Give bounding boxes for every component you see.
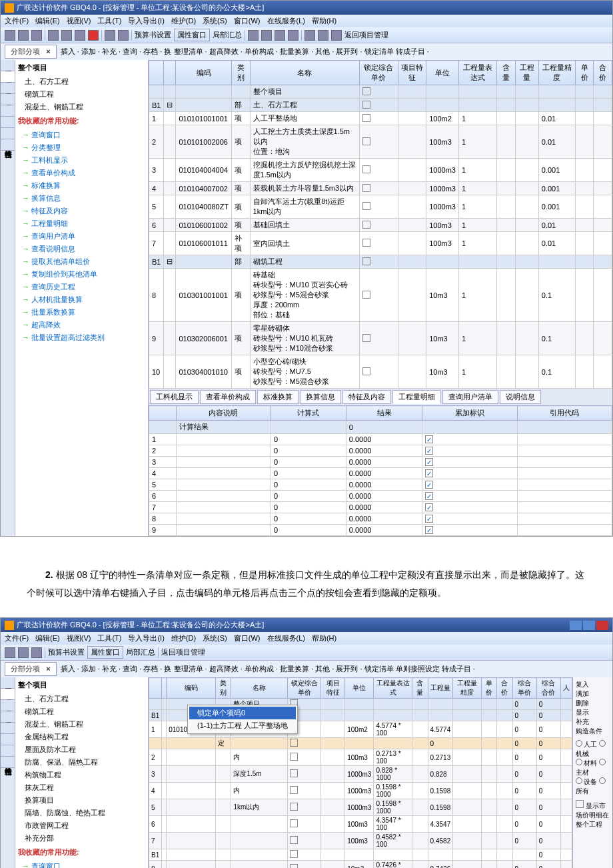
menu-item[interactable]: 锁定单个项码0: [189, 707, 296, 719]
fav-link[interactable]: 工程量明细: [15, 217, 148, 230]
menu-file[interactable]: 文件(F): [5, 633, 29, 643]
close-icon[interactable]: [596, 621, 608, 630]
new-icon[interactable]: [5, 647, 15, 658]
menu-file[interactable]: 文件(F): [5, 16, 29, 26]
fav-link[interactable]: 查询用户清单: [15, 230, 148, 243]
vtab-report[interactable]: 报表: [1, 745, 15, 757]
copy-icon[interactable]: [61, 30, 72, 41]
btn[interactable]: 购造条件: [576, 727, 610, 736]
menu-maint[interactable]: 维护(D): [171, 16, 196, 26]
vtab-other[interactable]: 其他项目: [1, 94, 15, 105]
btab[interactable]: 标准换算: [257, 390, 299, 404]
maximize-icon[interactable]: [583, 621, 595, 630]
vtab-materials[interactable]: 人材机汇总: [1, 723, 15, 734]
btab[interactable]: 查看单价构成: [200, 390, 256, 404]
fav-link[interactable]: 特征及内容: [15, 205, 148, 217]
tree-item[interactable]: 土、石方工程: [25, 75, 148, 88]
radio[interactable]: [576, 777, 582, 784]
fav-link[interactable]: 查询窗口: [15, 860, 148, 868]
btab[interactable]: 查询用户清单: [442, 390, 498, 404]
vtab-data[interactable]: 工程数据: [1, 677, 15, 689]
items-table[interactable]: 编码 类别 名称 锁定综合单价 项目特征 单位 工程量表达式 含量 工程量 工程…: [149, 60, 612, 389]
btn[interactable]: 删除: [576, 699, 610, 708]
fav-link[interactable]: 提取其他清单组价: [15, 255, 148, 268]
radio[interactable]: [576, 759, 582, 765]
menu-edit[interactable]: 编辑(E): [35, 16, 60, 26]
menu-online[interactable]: 在线服务(L): [267, 633, 305, 643]
vtab-items[interactable]: 分部分项: [1, 71, 15, 83]
fav-link[interactable]: 查看单价构成: [15, 167, 148, 179]
misc-icon[interactable]: [318, 30, 328, 41]
tree-item[interactable]: 防腐、保温、隔热工程: [25, 756, 148, 769]
menu-view[interactable]: 视图(V): [67, 16, 91, 26]
menu-system[interactable]: 系统(S): [203, 16, 227, 26]
tree-item[interactable]: 补充分部: [25, 832, 148, 845]
open-icon[interactable]: [18, 30, 29, 41]
minimize-icon[interactable]: [570, 621, 582, 630]
menu-system[interactable]: 系统(S): [203, 633, 227, 643]
fav-link[interactable]: 查询窗口: [15, 129, 148, 141]
vtab-other[interactable]: 其他项目: [1, 711, 15, 723]
menu-import[interactable]: 导入导出(I): [128, 16, 164, 26]
btn[interactable]: 复入: [576, 680, 610, 689]
vtab-fees[interactable]: 费用汇总: [1, 117, 15, 128]
tree-item[interactable]: 金属结构工程: [25, 731, 148, 743]
close-icon[interactable]: ×: [46, 665, 50, 673]
menu-view[interactable]: 视图(V): [67, 633, 91, 643]
tree-item[interactable]: 构筑物工程: [25, 769, 148, 781]
menu-help[interactable]: 帮助(H): [312, 16, 336, 26]
nav-last-icon[interactable]: [288, 30, 299, 41]
menu-tool[interactable]: 工具(T): [97, 16, 121, 26]
vtab-measures[interactable]: 措施项目: [1, 700, 15, 711]
menu-maint[interactable]: 维护(D): [171, 633, 196, 643]
menu-tool[interactable]: 工具(T): [97, 633, 121, 643]
fav-link[interactable]: 复制组价到其他清单: [15, 268, 148, 281]
vtab-materials[interactable]: 人材机汇总: [1, 105, 15, 117]
fav-link[interactable]: 批量系数换算: [15, 306, 148, 319]
menu-window[interactable]: 窗口(W): [234, 633, 261, 643]
tree-item[interactable]: 砌筑工程: [25, 88, 148, 101]
context-menu[interactable]: 锁定单个项码0 (1-1)土方工程 人工平整场地: [187, 705, 298, 734]
tree-item[interactable]: 抹灰工程: [25, 781, 148, 794]
doc-tab[interactable]: 分部分项 ×: [5, 662, 57, 676]
return-project[interactable]: 返回项目管理: [344, 30, 388, 40]
local-sum[interactable]: 局部汇总: [213, 30, 242, 40]
save-icon[interactable]: [31, 30, 42, 41]
fav-link[interactable]: 换算信息: [15, 192, 148, 205]
vtab-measures[interactable]: 措施项目: [1, 83, 15, 94]
radio[interactable]: [576, 740, 582, 747]
tree-root[interactable]: 整个项目: [15, 60, 148, 75]
menu-window[interactable]: 窗口(W): [234, 16, 261, 26]
tree-item[interactable]: 换算项目: [25, 794, 148, 807]
fav-link[interactable]: 超高降效: [15, 319, 148, 331]
btn[interactable]: 补充: [576, 717, 610, 727]
nav-first-icon[interactable]: [248, 30, 259, 41]
tree-item[interactable]: 混凝土、钢筋工程: [25, 101, 148, 113]
tree-item[interactable]: 屋面及防水工程: [25, 743, 148, 756]
fav-link[interactable]: 标准换算: [15, 179, 148, 192]
btab[interactable]: 说明信息: [500, 390, 541, 404]
undo-icon[interactable]: [105, 30, 115, 41]
vtab-check[interactable]: 符合性检查结果: [1, 139, 15, 151]
prop-window[interactable]: 属性窗口: [87, 646, 123, 659]
save-icon[interactable]: [31, 647, 42, 658]
vtab-data[interactable]: 工程数据: [1, 60, 15, 71]
vtab-fees[interactable]: 费用汇总: [1, 734, 15, 745]
doc-tab[interactable]: 分部分项 ×: [5, 45, 57, 59]
budget-settings[interactable]: 预算书设置: [135, 30, 171, 40]
radio[interactable]: [599, 759, 606, 765]
nav-prev-icon[interactable]: [261, 30, 272, 41]
open-icon[interactable]: [18, 647, 29, 658]
tree-item[interactable]: 土、石方工程: [25, 693, 148, 705]
vtab-items[interactable]: 分部分项: [1, 689, 15, 700]
menu-online[interactable]: 在线服务(L): [267, 16, 305, 26]
vtab-check[interactable]: 符合性检查结果: [1, 757, 15, 768]
prop-window[interactable]: 属性窗口: [174, 29, 210, 41]
local-sum[interactable]: 局部汇总: [126, 647, 155, 657]
calc-table[interactable]: 内容说明 计算式 结果 累加标识 引用代码 计算结果0 100.0000200.…: [149, 405, 612, 536]
menu-item[interactable]: (1-1)土方工程 人工平整场地: [189, 719, 296, 732]
fav-link[interactable]: 查看说明信息: [15, 243, 148, 255]
cut-icon[interactable]: [48, 30, 59, 41]
btn[interactable]: 显示: [576, 708, 610, 717]
fav-link[interactable]: 分类整理: [15, 141, 148, 154]
